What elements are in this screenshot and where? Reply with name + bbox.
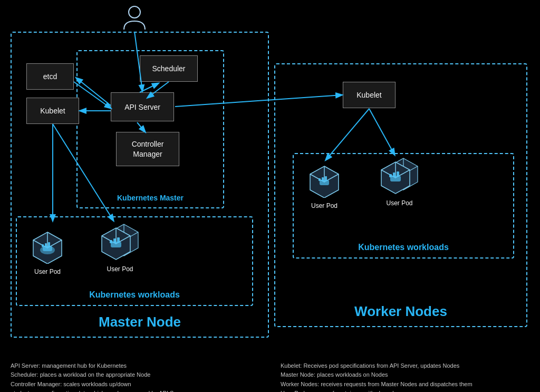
kubelet-right-box: Kubelet xyxy=(343,82,396,108)
k8s-master-label: Kubernetes Master xyxy=(117,194,184,202)
footer-area: API Server: management hub for Kubernete… xyxy=(0,359,540,392)
user-pod-left-1: User Pod xyxy=(29,227,66,275)
user-icon xyxy=(121,4,148,31)
user-pod-left-2: User Pod xyxy=(95,222,145,273)
diagram-area: Master Node Worker Nodes Kubernetes Mast… xyxy=(0,0,540,359)
svg-rect-29 xyxy=(397,171,399,177)
worker-node-label: Worker Nodes xyxy=(354,303,447,320)
footer-master-node: Master Node: places workloads on Nodes xyxy=(281,371,529,379)
footer-etcd: etcd: stores configuration data which ca… xyxy=(11,389,259,392)
svg-rect-27 xyxy=(389,174,392,177)
scheduler-box: Scheduler xyxy=(140,55,198,82)
footer-api-server: API Server: management hub for Kubernete… xyxy=(11,362,259,370)
footer-left: API Server: management hub for Kubernete… xyxy=(11,362,259,389)
footer-scheduler: Scheduler: places a workload on the appr… xyxy=(11,371,259,379)
svg-rect-5 xyxy=(42,244,44,247)
svg-rect-21 xyxy=(325,176,327,181)
etcd-box: etcd xyxy=(26,63,74,90)
svg-point-0 xyxy=(129,6,140,18)
footer-controller-manager: Controller Manager: scales workloads up/… xyxy=(11,380,259,388)
master-node-label: Master Node xyxy=(99,314,181,330)
footer-right: Kubelet: Receives pod specifications fro… xyxy=(281,362,529,389)
k8s-workloads-right-label: Kubernetes workloads xyxy=(358,243,449,252)
footer-kubelet: Kubelet: Receives pod specifications fro… xyxy=(281,362,529,370)
svg-rect-15 xyxy=(117,237,120,243)
svg-rect-6 xyxy=(45,243,47,247)
footer-worker-nodes: Worker Nodes: receives requests from Mas… xyxy=(281,380,529,388)
svg-rect-7 xyxy=(48,242,50,247)
svg-rect-14 xyxy=(113,238,116,243)
svg-rect-19 xyxy=(319,178,321,181)
svg-rect-4 xyxy=(43,246,52,251)
kubelet-left-box: Kubelet xyxy=(26,98,79,124)
k8s-workloads-left-label: Kubernetes workloads xyxy=(89,290,180,300)
footer-user-pod: User Pod: a group of containers with sha… xyxy=(281,389,529,392)
api-server-box: API Server xyxy=(111,92,174,121)
controller-manager-box: Controller Manager xyxy=(116,132,179,166)
svg-rect-20 xyxy=(322,177,324,181)
svg-rect-28 xyxy=(393,173,396,177)
user-pod-right-2: User Pod xyxy=(374,156,425,207)
svg-rect-18 xyxy=(320,180,329,185)
svg-rect-13 xyxy=(110,240,112,243)
user-pod-right-1: User Pod xyxy=(306,161,343,209)
